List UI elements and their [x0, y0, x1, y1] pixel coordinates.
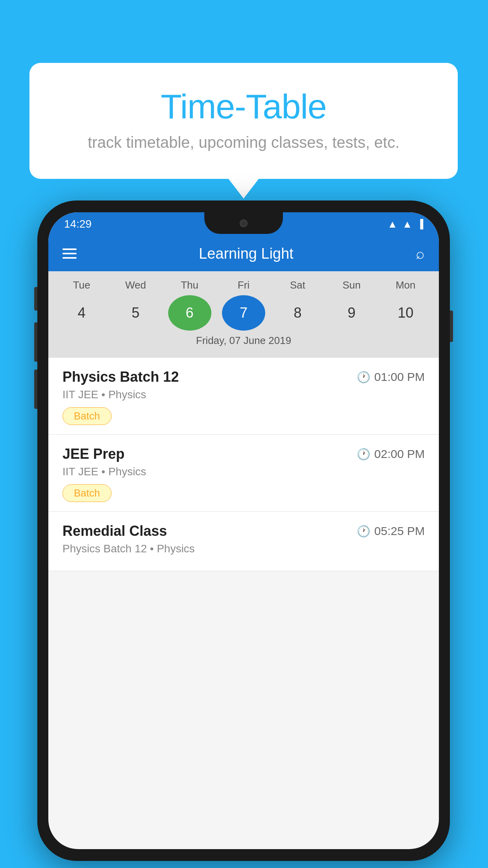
calendar-strip: Tue Wed Thu Fri Sat Sun Mon 4 5 6 7 8 9 … [48, 271, 439, 358]
day-8[interactable]: 8 [276, 295, 319, 331]
schedule-item-3[interactable]: Remedial Class 🕐 05:25 PM Physics Batch … [48, 512, 439, 571]
schedule-item-2-header: JEE Prep 🕐 02:00 PM [62, 446, 425, 462]
item-3-time: 🕐 05:25 PM [357, 524, 425, 538]
phone-wrapper: 14:29 ▲ ▲ ▐ Learning Light ⌕ [37, 200, 450, 861]
day-header-wed: Wed [114, 279, 157, 291]
volume-down-button [34, 370, 37, 409]
day-10[interactable]: 10 [384, 295, 427, 331]
item-2-time: 🕐 02:00 PM [357, 447, 425, 461]
power-button [450, 311, 453, 342]
app-bar: Learning Light ⌕ [48, 236, 439, 271]
schedule-item-1[interactable]: Physics Batch 12 🕐 01:00 PM IIT JEE • Ph… [48, 358, 439, 435]
item-2-subtitle: IIT JEE • Physics [62, 465, 425, 478]
item-2-batch-tag: Batch [62, 484, 112, 502]
day-6-today[interactable]: 6 [168, 295, 211, 331]
volume-silent-button [34, 287, 37, 311]
app-title: Learning Light [88, 245, 405, 262]
day-headers: Tue Wed Thu Fri Sat Sun Mon [48, 279, 439, 291]
item-1-time: 🕐 01:00 PM [357, 370, 425, 384]
phone-screen: 14:29 ▲ ▲ ▐ Learning Light ⌕ [48, 212, 439, 849]
day-header-sat: Sat [276, 279, 319, 291]
day-5[interactable]: 5 [114, 295, 157, 331]
schedule-list: Physics Batch 12 🕐 01:00 PM IIT JEE • Ph… [48, 358, 439, 571]
day-7-selected[interactable]: 7 [222, 295, 265, 331]
phone-frame: 14:29 ▲ ▲ ▐ Learning Light ⌕ [37, 200, 450, 861]
day-header-thu: Thu [168, 279, 211, 291]
item-2-title: JEE Prep [62, 446, 125, 462]
day-numbers: 4 5 6 7 8 9 10 [48, 295, 439, 331]
item-1-time-value: 01:00 PM [374, 370, 425, 384]
menu-button[interactable] [62, 248, 77, 259]
clock-icon-1: 🕐 [357, 371, 371, 384]
selected-date: Friday, 07 June 2019 [48, 331, 439, 351]
battery-icon: ▐ [417, 219, 423, 229]
item-1-title: Physics Batch 12 [62, 369, 179, 385]
volume-up-button [34, 322, 37, 362]
day-header-fri: Fri [222, 279, 265, 291]
day-header-mon: Mon [384, 279, 427, 291]
clock-icon-2: 🕐 [357, 448, 371, 461]
bubble-title: Time-Table [61, 86, 426, 127]
item-3-time-value: 05:25 PM [374, 524, 425, 538]
front-camera [240, 219, 248, 227]
wifi-icon: ▲ [387, 218, 398, 230]
schedule-item-1-header: Physics Batch 12 🕐 01:00 PM [62, 369, 425, 385]
item-3-subtitle: Physics Batch 12 • Physics [62, 542, 425, 555]
day-9[interactable]: 9 [330, 295, 373, 331]
schedule-item-2[interactable]: JEE Prep 🕐 02:00 PM IIT JEE • Physics Ba… [48, 435, 439, 512]
phone-notch [204, 212, 283, 234]
day-header-tue: Tue [60, 279, 103, 291]
item-2-time-value: 02:00 PM [374, 447, 425, 461]
item-3-title: Remedial Class [62, 523, 167, 539]
status-icons: ▲ ▲ ▐ [387, 218, 423, 230]
signal-icon: ▲ [402, 218, 413, 230]
item-1-subtitle: IIT JEE • Physics [62, 388, 425, 401]
search-button[interactable]: ⌕ [416, 245, 425, 262]
day-header-sun: Sun [330, 279, 373, 291]
bubble-subtitle: track timetable, upcoming classes, tests… [61, 134, 426, 151]
speech-bubble: Time-Table track timetable, upcoming cla… [29, 63, 458, 179]
clock-icon-3: 🕐 [357, 525, 371, 538]
day-4[interactable]: 4 [60, 295, 103, 331]
schedule-item-3-header: Remedial Class 🕐 05:25 PM [62, 523, 425, 539]
item-1-batch-tag: Batch [62, 407, 112, 425]
status-time: 14:29 [64, 218, 92, 230]
